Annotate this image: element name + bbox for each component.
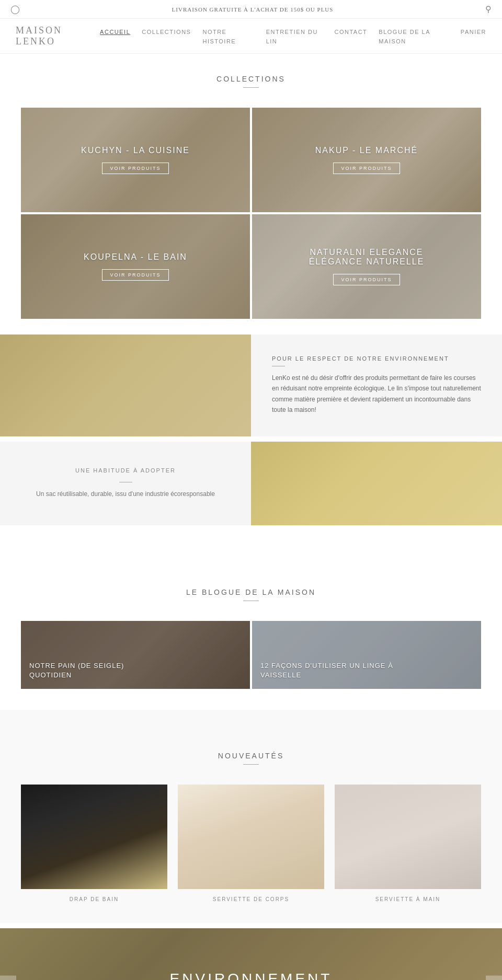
spacer-1 [0, 525, 502, 557]
env-banner: ‹ ENVIRONNEMENT Les sacs en tissus devie… [0, 928, 502, 980]
habit-heading: UNE HABITUDE À ADOPTER [21, 467, 230, 474]
collection-bain[interactable]: KOUPELNA - LE BAIN VOIR PRODUITS [21, 214, 250, 319]
user-icon[interactable]: ◯ [10, 4, 20, 14]
product-serviette-corps-name: SERVIETTE DE CORPS [178, 896, 324, 902]
collections-heading: COLLECTIONS [0, 54, 502, 97]
navigation: MAISON LENKO ACCUEIL COLLECTIONS NOTRE H… [0, 19, 502, 54]
product-drap[interactable]: DRAP DE BAIN [21, 785, 167, 902]
env-image [0, 335, 251, 436]
blog-pain-overlay: NOTRE PAIN (DE SEIGLE) QUOTIDIEN [21, 621, 250, 689]
nouveautes-divider [243, 764, 259, 765]
nav-panier[interactable]: PANIER [461, 29, 486, 35]
nav-notre-histoire[interactable]: NOTRE HISTOIRE [202, 29, 236, 44]
elegance-overlay: NATURALNI ELEGANCE ÉLÉGANCE NATURELLE VO… [252, 214, 481, 319]
blog-post-pain[interactable]: NOTRE PAIN (DE SEIGLE) QUOTIDIEN [21, 621, 250, 689]
nav-contact[interactable]: CONTACT [334, 29, 367, 35]
blog-linge-title: 12 FAÇONS D'UTILISER UN LINGE À VAISSELL… [260, 661, 393, 680]
nouveautes-title: NOUVEAUTÉS [31, 752, 471, 760]
blog-heading: LE BLOGUE DE LA MAISON [21, 567, 481, 610]
cuisine-overlay: KUCHYN - LA CUISINE VOIR PRODUITS [21, 108, 250, 212]
nouveautes-section: NOUVEAUTÉS DRAP DE BAIN SERVIETTE DE COR… [0, 710, 502, 923]
env-paragraph: LenKo est né du désir d'offrir des produ… [272, 373, 481, 416]
blog-linge-overlay: 12 FAÇONS D'UTILISER UN LINGE À VAISSELL… [252, 621, 481, 689]
blog-grid: NOTRE PAIN (DE SEIGLE) QUOTIDIEN 12 FAÇO… [21, 621, 481, 689]
blog-section: LE BLOGUE DE LA MAISON NOTRE PAIN (DE SE… [0, 557, 502, 710]
product-serviette-corps[interactable]: SERVIETTE DE CORPS [178, 785, 324, 902]
nouveautes-grid: DRAP DE BAIN SERVIETTE DE CORPS SERVIETT… [21, 785, 481, 902]
next-arrow[interactable]: › [486, 975, 502, 980]
collections-divider [243, 87, 259, 88]
nav-accueil[interactable]: ACCUEIL [100, 29, 130, 35]
marche-btn[interactable]: VOIR PRODUITS [333, 163, 400, 174]
elegance-btn[interactable]: VOIR PRODUITS [333, 274, 400, 285]
habit-text-block: UNE HABITUDE À ADOPTER Un sac réutilisab… [0, 442, 251, 525]
nav-links: ACCUEIL COLLECTIONS NOTRE HISTOIRE ENTRE… [100, 27, 486, 45]
cuisine-title: KUCHYN - LA CUISINE [81, 146, 190, 155]
blog-title: LE BLOGUE DE LA MAISON [31, 588, 471, 596]
env-banner-heading: ENVIRONNEMENT [170, 971, 333, 980]
bain-btn[interactable]: VOIR PRODUITS [102, 269, 168, 281]
env-section: POUR LE RESPECT DE NOTRE ENVIRONNEMENT L… [0, 335, 502, 436]
habit-image [251, 442, 502, 525]
collections-grid: KUCHYN - LA CUISINE VOIR PRODUITS NAKUP … [0, 97, 502, 329]
marche-overlay: NAKUP - LE MARCHÉ VOIR PRODUITS [252, 108, 481, 212]
product-serviette-main-name: SERVIETTE À MAIN [335, 896, 481, 902]
logo[interactable]: MAISON LENKO [16, 25, 100, 47]
product-serviette-main-img [335, 785, 481, 889]
blog-pain-title: NOTRE PAIN (DE SEIGLE) QUOTIDIEN [29, 661, 124, 680]
bain-overlay: KOUPELNA - LE BAIN VOIR PRODUITS [21, 214, 250, 319]
product-drap-name: DRAP DE BAIN [21, 896, 167, 902]
blog-divider [243, 601, 259, 601]
nav-collections[interactable]: COLLECTIONS [142, 29, 191, 35]
collections-section: COLLECTIONS KUCHYN - LA CUISINE VOIR PRO… [0, 54, 502, 329]
bain-title: KOUPELNA - LE BAIN [84, 252, 187, 262]
nav-entretien[interactable]: ENTRETIEN DU LIN [266, 29, 318, 44]
promo-text: LIVRAISON GRATUITE À L'ACHAT DE 150$ OU … [20, 6, 485, 13]
prev-arrow[interactable]: ‹ [0, 975, 16, 980]
env-divider [272, 366, 285, 366]
top-bar: ◯ LIVRAISON GRATUITE À L'ACHAT DE 150$ O… [0, 0, 502, 19]
collection-cuisine[interactable]: KUCHYN - LA CUISINE VOIR PRODUITS [21, 108, 250, 212]
env-text-block: POUR LE RESPECT DE NOTRE ENVIRONNEMENT L… [251, 335, 502, 436]
collections-title: COLLECTIONS [10, 75, 492, 83]
product-serviette-corps-img [178, 785, 324, 889]
product-drap-img [21, 785, 167, 889]
search-icon[interactable]: ⚲ [485, 4, 492, 14]
habit-divider [119, 482, 132, 482]
nouveautes-heading: NOUVEAUTÉS [21, 731, 481, 774]
habit-section: UNE HABITUDE À ADOPTER Un sac réutilisab… [0, 442, 502, 525]
blog-post-linge[interactable]: 12 FAÇONS D'UTILISER UN LINGE À VAISSELL… [252, 621, 481, 689]
marche-title: NAKUP - LE MARCHÉ [315, 146, 418, 155]
nav-blogue[interactable]: BLOGUE DE LA MAISON [379, 29, 430, 44]
collection-marche[interactable]: NAKUP - LE MARCHÉ VOIR PRODUITS [252, 108, 481, 212]
env-heading: POUR LE RESPECT DE NOTRE ENVIRONNEMENT [272, 355, 481, 362]
habit-paragraph: Un sac réutilisable, durable, issu d'une… [21, 489, 230, 499]
cuisine-btn[interactable]: VOIR PRODUITS [102, 163, 168, 174]
product-serviette-main[interactable]: SERVIETTE À MAIN [335, 785, 481, 902]
collection-elegance[interactable]: NATURALNI ELEGANCE ÉLÉGANCE NATURELLE VO… [252, 214, 481, 319]
elegance-title: NATURALNI ELEGANCE ÉLÉGANCE NATURELLE [309, 248, 425, 267]
